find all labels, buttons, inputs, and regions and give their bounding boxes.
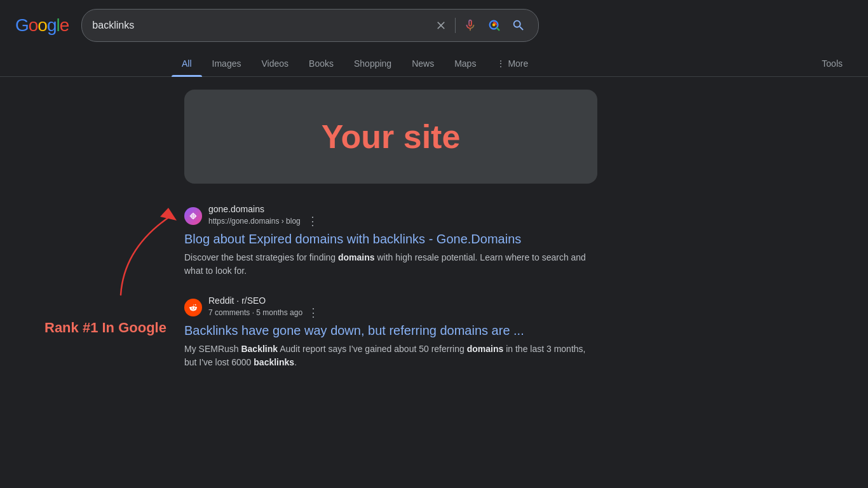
search-divider	[455, 18, 456, 33]
search-bar	[81, 9, 539, 42]
lens-button[interactable]	[485, 16, 504, 35]
site-info-1: gone.domains https://gone.domains › blog…	[208, 204, 321, 228]
lens-icon	[487, 18, 501, 32]
header: Google	[0, 0, 868, 51]
main-content: Rank #1 In Google Your site	[0, 77, 868, 400]
result-snippet-1: Discover the best strategies for finding…	[184, 251, 597, 278]
tab-maps[interactable]: Maps	[444, 51, 486, 76]
results-area: Your site gone.domains https://gone.doma…	[184, 90, 597, 387]
tab-books[interactable]: Books	[299, 51, 344, 76]
result-title-1[interactable]: Blog about Expired domains with backlink…	[184, 231, 597, 247]
search-button[interactable]	[509, 16, 528, 35]
logo-o2: o	[37, 15, 47, 35]
tab-news[interactable]: News	[402, 51, 444, 76]
annotation-area: Rank #1 In Google	[38, 90, 184, 387]
logo-g: G	[15, 15, 29, 35]
tab-videos[interactable]: Videos	[251, 51, 299, 76]
result-item-1: gone.domains https://gone.domains › blog…	[184, 204, 597, 278]
tab-all[interactable]: All	[172, 51, 202, 76]
result-source-1: gone.domains https://gone.domains › blog…	[184, 204, 597, 228]
reddit-icon	[187, 302, 199, 313]
logo-o1: o	[29, 15, 38, 35]
mic-icon	[463, 18, 477, 32]
nav-tabs: All Images Videos Books Shopping News Ma…	[0, 51, 868, 77]
site-name-2: Reddit · r/SEO	[208, 295, 322, 306]
your-site-label: Your site	[322, 118, 461, 156]
clear-button[interactable]	[432, 17, 450, 34]
search-icon	[512, 18, 526, 32]
clear-icon	[435, 19, 447, 32]
favicon-reddit	[184, 299, 202, 316]
result-title-2[interactable]: Backlinks have gone way down, but referr…	[184, 322, 597, 339]
tab-tools[interactable]: Tools	[811, 51, 868, 76]
mic-button[interactable]	[461, 16, 480, 35]
site-url-1: https://gone.domains › blog ⋮	[208, 214, 321, 228]
tab-images[interactable]: Images	[202, 51, 252, 76]
your-site-box: Your site	[184, 90, 597, 184]
site-name-1: gone.domains	[208, 204, 321, 214]
svg-point-1	[492, 24, 496, 27]
search-input[interactable]	[92, 20, 426, 31]
more-dots-icon: ⋮	[496, 58, 505, 69]
google-logo: Google	[15, 15, 69, 36]
rank-label: Rank #1 In Google	[44, 320, 166, 336]
result-menu-button-1[interactable]: ⋮	[304, 214, 321, 228]
svg-marker-2	[160, 208, 177, 220]
result-source-2: Reddit · r/SEO 7 comments · 5 months ago…	[184, 295, 597, 320]
result-meta-2: 7 comments · 5 months ago ⋮	[208, 306, 322, 320]
result-menu-button-2[interactable]: ⋮	[305, 306, 322, 320]
arrow-annotation	[114, 196, 191, 298]
logo-e: e	[60, 15, 69, 35]
site-info-2: Reddit · r/SEO 7 comments · 5 months ago…	[208, 295, 322, 320]
search-bar-icons	[432, 16, 528, 35]
tab-more-label: More	[508, 58, 528, 69]
tab-shopping[interactable]: Shopping	[344, 51, 402, 76]
result-item-2: Reddit · r/SEO 7 comments · 5 months ago…	[184, 295, 597, 369]
logo-g2: g	[47, 15, 57, 35]
tab-more[interactable]: ⋮ More	[486, 51, 538, 76]
result-snippet-2: My SEMRush Backlink Audit report says I'…	[184, 342, 597, 369]
